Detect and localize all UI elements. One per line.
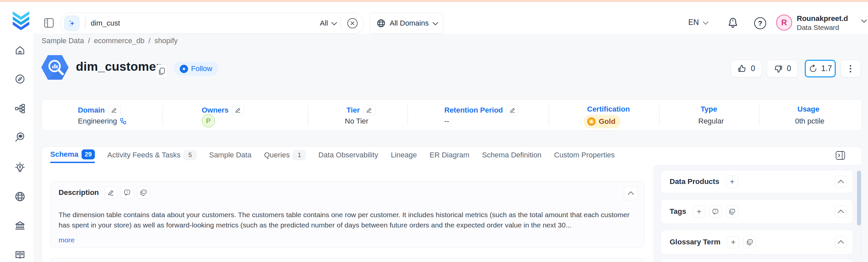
queries-count-badge: 1 xyxy=(293,150,306,160)
app-logo[interactable] xyxy=(11,11,31,31)
search-divider xyxy=(341,17,341,29)
schema-count-badge: 29 xyxy=(82,149,95,159)
help-icon[interactable]: ? xyxy=(754,17,766,29)
collapse-glossary-icon[interactable] xyxy=(835,236,847,248)
collapse-data-products-icon[interactable] xyxy=(835,176,847,188)
star-icon: ★ xyxy=(180,65,188,73)
metadata-summary-card: Domain Engineering Owners P Tier No Tier… xyxy=(41,99,862,131)
collapse-description-icon[interactable] xyxy=(624,186,638,200)
glossary-comments-icon[interactable] xyxy=(743,236,756,249)
follow-button[interactable]: ★ Follow xyxy=(174,62,218,76)
edit-retention-icon[interactable] xyxy=(506,105,519,116)
downvote-count: 0 xyxy=(787,64,791,73)
help-question-glyph: ? xyxy=(758,19,763,27)
tab-custom-properties[interactable]: Custom Properties xyxy=(554,147,615,163)
retention-label-group: Retention Period xyxy=(444,105,519,116)
add-glossary-term-button[interactable]: + xyxy=(727,236,739,249)
edit-owners-icon[interactable] xyxy=(232,105,244,116)
description-card: Description ? The dimension table contai… xyxy=(50,181,645,248)
entity-tabbar: Schema 29 Activity Feeds & Tasks 5 Sampl… xyxy=(50,147,615,163)
copy-name-icon[interactable] xyxy=(156,65,168,78)
request-description-icon[interactable]: ? xyxy=(121,186,133,199)
search-clear-icon[interactable] xyxy=(346,17,359,29)
ai-sparkle-icon[interactable] xyxy=(64,15,80,31)
tab-er-diagram[interactable]: ER Diagram xyxy=(430,147,470,163)
user-menu[interactable]: R Rounakpreet.d Data Steward xyxy=(776,14,865,32)
learn-book-icon[interactable] xyxy=(14,249,26,260)
downvote-button[interactable]: 0 xyxy=(767,60,798,77)
type-label: Type xyxy=(701,105,717,114)
edit-description-icon[interactable] xyxy=(104,186,117,199)
owners-label: Owners xyxy=(202,106,229,115)
more-actions-button[interactable]: ⋮ xyxy=(841,60,861,77)
edit-tier-icon[interactable] xyxy=(363,105,375,116)
global-search-bar[interactable]: All xyxy=(60,13,364,34)
request-tags-icon[interactable]: ? xyxy=(709,205,722,218)
tab-sample-data[interactable]: Sample Data xyxy=(209,147,251,163)
breadcrumb: Sample Data / ecommerce_db / shopify xyxy=(41,37,178,45)
tab-lineage[interactable]: Lineage xyxy=(391,147,417,163)
search-input[interactable] xyxy=(91,19,320,28)
left-nav-rail xyxy=(0,2,33,262)
breadcrumb-separator: / xyxy=(88,37,90,45)
search-scope-label: All xyxy=(320,19,328,28)
observability-search-eye-icon[interactable] xyxy=(14,132,26,143)
breadcrumb-item[interactable]: Sample Data xyxy=(41,37,84,45)
description-comments-icon[interactable] xyxy=(137,186,150,199)
all-domains-dropdown[interactable]: All Domains xyxy=(370,13,443,34)
tab-data-observability[interactable]: Data Observability xyxy=(318,147,378,163)
edit-domain-icon[interactable] xyxy=(108,105,121,116)
notifications-bell-icon[interactable] xyxy=(727,16,739,30)
govern-bank-icon[interactable] xyxy=(14,220,26,231)
chevron-down-icon xyxy=(433,20,438,25)
tab-activity-feeds[interactable]: Activity Feeds & Tasks 5 xyxy=(107,147,197,163)
tab-queries[interactable]: Queries 1 xyxy=(264,147,306,163)
tier-label-group: Tier xyxy=(346,105,375,116)
description-text: The dimension table contains data about … xyxy=(59,210,638,230)
user-avatar: R xyxy=(776,14,792,31)
certification-label: Certification xyxy=(587,105,630,114)
sidebar-toggle-icon[interactable] xyxy=(44,17,54,28)
bigquery-service-icon xyxy=(41,54,69,81)
search-scope-dropdown[interactable]: All xyxy=(320,19,335,28)
next-section-card xyxy=(50,258,645,262)
description-more-link[interactable]: more xyxy=(59,236,74,244)
description-header: Description ? xyxy=(59,186,150,199)
breadcrumb-item[interactable]: ecommerce_db xyxy=(94,37,145,45)
tab-schema-definition[interactable]: Schema Definition xyxy=(482,147,541,163)
chevron-down-icon xyxy=(331,20,337,25)
tab-schema[interactable]: Schema 29 xyxy=(50,147,95,163)
chevron-down-icon xyxy=(861,17,867,23)
data-products-title: Data Products xyxy=(670,177,719,186)
divider xyxy=(308,105,308,125)
add-tag-button[interactable]: + xyxy=(693,205,705,218)
breadcrumb-item[interactable]: shopify xyxy=(154,37,178,45)
domain-label-group: Domain xyxy=(78,105,121,116)
tags-comments-icon[interactable] xyxy=(726,205,739,218)
language-label: EN xyxy=(688,18,699,27)
version-button[interactable]: 1.7 xyxy=(805,60,836,77)
activity-count-badge: 5 xyxy=(184,150,196,160)
add-data-product-button[interactable]: + xyxy=(726,176,738,188)
domain-label: Domain xyxy=(78,106,105,115)
insights-bulb-icon[interactable] xyxy=(14,162,26,173)
app-root: All All Domains EN ? R xyxy=(0,0,868,262)
collapse-tags-icon[interactable] xyxy=(835,205,847,218)
right-side-panel: Data Products + Tags + ? Glossary Term + xyxy=(653,165,862,262)
home-icon[interactable] xyxy=(14,44,26,56)
language-dropdown[interactable]: EN xyxy=(688,18,707,27)
tier-label: Tier xyxy=(346,106,360,115)
next-side-card xyxy=(661,259,853,262)
user-avatar-initial: R xyxy=(781,18,787,27)
upvote-button[interactable]: 0 xyxy=(731,60,762,77)
owner-avatar[interactable]: P xyxy=(202,114,215,127)
explore-compass-icon[interactable] xyxy=(14,73,26,85)
side-panel-scrollbar[interactable] xyxy=(857,171,861,225)
domain-value[interactable]: Engineering xyxy=(78,117,126,125)
expand-side-panel-icon[interactable] xyxy=(835,150,846,161)
domains-globe-icon[interactable] xyxy=(14,191,26,202)
glossary-term-card: Glossary Term + xyxy=(661,230,853,254)
follow-label: Follow xyxy=(191,65,212,73)
breadcrumb-separator: / xyxy=(149,37,150,45)
data-products-sitemap-icon[interactable] xyxy=(14,103,26,114)
